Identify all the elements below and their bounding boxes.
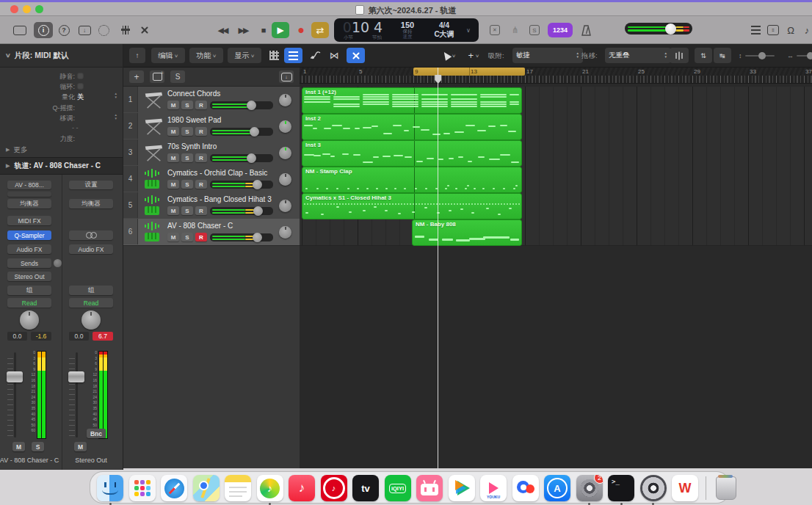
track-volume-slider[interactable] [210, 233, 273, 241]
maps-icon[interactable] [193, 475, 220, 501]
pan-knob[interactable] [20, 310, 39, 330]
region-inspector-header[interactable]: ∨片段: MIDI 默认 [0, 44, 123, 68]
forward-button[interactable]: ▶▶ [233, 22, 253, 38]
tracks-view-button[interactable] [284, 48, 302, 63]
pointer-tool-button[interactable]: ∨ [438, 48, 461, 63]
track-name[interactable]: Cymatics - Bang Closed Hihat 3 [167, 195, 272, 203]
stepper-icon[interactable]: ▲▼ [115, 92, 117, 100]
region-inst-3[interactable]: Inst 3 [302, 140, 522, 167]
record-button[interactable]: R [195, 101, 207, 109]
mute-button[interactable]: M [167, 101, 179, 109]
inspector-param-row[interactable]: 循环: [0, 81, 123, 91]
volume-knob[interactable] [247, 101, 256, 110]
region-cymatics-x-s1---closed-hihat-3[interactable]: Cymatics x S1 - Closed Hihat 3 [302, 193, 522, 219]
track-inspector-header[interactable]: ▶轨道: AV - 808 Chaser - C [0, 157, 123, 175]
track-row-4[interactable]: 4Cymatics - Orchid Clap - BasicMSR [123, 166, 300, 193]
cycle-button[interactable]: ⇄ [311, 22, 329, 38]
region-nm---baby-808[interactable]: NM - Baby 808 [412, 219, 522, 246]
flex-button[interactable] [347, 48, 365, 63]
menu-功能[interactable]: 功能∨ [189, 48, 223, 63]
inspector-more-row[interactable]: ▶更多 [0, 144, 123, 156]
solo-button[interactable]: S [32, 442, 44, 451]
track-name[interactable]: 1980 Sweet Pad [167, 116, 221, 124]
record-button[interactable]: R [195, 233, 207, 241]
track-name[interactable]: Cymatics - Orchid Clap - Basic [167, 169, 267, 177]
replace-icon[interactable]: ✕ [486, 22, 504, 38]
record-button[interactable]: R [195, 206, 207, 215]
qq-music-icon[interactable]: ♪ [257, 475, 283, 501]
menu-编辑[interactable]: 编辑∨ [151, 48, 185, 63]
app-store-icon[interactable]: A [544, 475, 570, 501]
solo-button[interactable]: S [181, 127, 193, 136]
smart-controls-icon[interactable] [94, 22, 113, 38]
duplicate-track-button[interactable]: + [150, 70, 164, 83]
lcd-key-signature[interactable]: 4/4 C大调 [424, 21, 465, 40]
strip-setting-button[interactable]: 设置 [69, 181, 113, 189]
trash-icon[interactable] [713, 475, 739, 501]
param-checkbox[interactable] [77, 83, 84, 90]
pan-value[interactable]: 0.0 [7, 332, 27, 341]
track-row-1[interactable]: 1Connect ChordsMSR [123, 87, 300, 114]
strip-slot-组[interactable]: 组 [7, 286, 51, 295]
pan-value[interactable]: 0.0 [69, 332, 89, 341]
bounce-button[interactable]: Bnc [87, 429, 106, 438]
track-row-5[interactable]: 5Cymatics - Bang Closed Hihat 3MSR [123, 192, 300, 219]
lcd-position[interactable]: 010 4 小节节拍 [334, 21, 391, 40]
track-volume-slider[interactable] [210, 128, 273, 136]
track-volume-slider[interactable] [210, 181, 273, 189]
track-name[interactable]: 70s Synth Intro [167, 142, 217, 150]
track-name[interactable]: Connect Chords [167, 90, 220, 98]
volume-knob[interactable] [247, 153, 256, 163]
list-editors-icon[interactable] [747, 22, 764, 38]
notes-icon[interactable] [225, 475, 251, 501]
master-volume-slider[interactable] [625, 23, 692, 34]
strip-slot-Read[interactable]: Read [69, 298, 113, 308]
track-name[interactable]: AV - 808 Chaser - C [167, 222, 233, 230]
track-row-3[interactable]: 370s Synth IntroMSR [123, 139, 300, 167]
pan-knob[interactable] [279, 200, 291, 212]
bilibili-icon[interactable] [416, 475, 443, 501]
volume-fader[interactable] [68, 371, 84, 382]
vertical-zoom-slider[interactable]: ↕ [739, 51, 783, 59]
automation-button[interactable] [307, 48, 324, 63]
hide-tracks-button[interactable]: ↓ [279, 70, 294, 83]
volume-knob[interactable] [250, 127, 259, 137]
region-inst-1-(+12)[interactable]: Inst 1 (+12) [302, 87, 522, 114]
mute-button[interactable]: M [167, 233, 179, 241]
launchpad-icon[interactable] [129, 475, 156, 501]
loop-browser-icon[interactable]: Ω [783, 22, 799, 38]
baidu-netdisk-icon[interactable] [512, 475, 539, 501]
volume-knob[interactable] [253, 180, 262, 189]
drag-select[interactable]: 无重叠▲▼ [605, 48, 671, 63]
vertical-auto-zoom-button[interactable]: ⇅ [695, 48, 712, 63]
inspector-icon[interactable]: i [34, 22, 53, 38]
strip-slot-stereo[interactable] [69, 230, 113, 240]
solo-button[interactable]: S [181, 101, 193, 109]
media-player-icon[interactable] [640, 475, 667, 501]
fader-track[interactable] [14, 352, 16, 437]
track-volume-slider[interactable] [210, 101, 273, 109]
strip-slot-均衡器[interactable]: 均衡器 [69, 199, 113, 208]
track-row-2[interactable]: 21980 Sweet PadMSR [123, 113, 300, 140]
browsers-icon[interactable]: ♪ [799, 22, 812, 38]
strip-slot-组[interactable]: 组 [69, 286, 113, 295]
netease-music-icon[interactable]: ♪ [321, 475, 347, 501]
lcd-chevron-icon[interactable]: ∨ [466, 27, 471, 34]
solo-button[interactable]: S [181, 180, 193, 189]
metronome-icon[interactable] [577, 22, 595, 38]
cycle-region[interactable] [413, 68, 525, 76]
safari-icon[interactable] [161, 475, 187, 501]
youku-icon[interactable]: YOUKU [480, 475, 507, 501]
track-row-6[interactable]: 6AV - 808 Chaser - CMSR [123, 219, 300, 246]
strip-slot-均衡器[interactable]: 均衡器 [7, 199, 51, 208]
param-checkbox[interactable] [77, 73, 84, 79]
volume-fader[interactable] [7, 371, 23, 382]
stepper-icon[interactable]: ▲▼ [115, 114, 117, 121]
global-solo-button[interactable]: S [170, 70, 185, 83]
catch-playhead-button[interactable]: ↑ [129, 48, 145, 63]
solo-button[interactable]: S [181, 233, 193, 241]
gain-value[interactable]: 6.7 [93, 332, 113, 341]
record-button[interactable]: R [195, 180, 207, 189]
record-button[interactable]: R [195, 127, 207, 136]
snap-select[interactable]: 敏捷▲▼ [512, 48, 583, 63]
